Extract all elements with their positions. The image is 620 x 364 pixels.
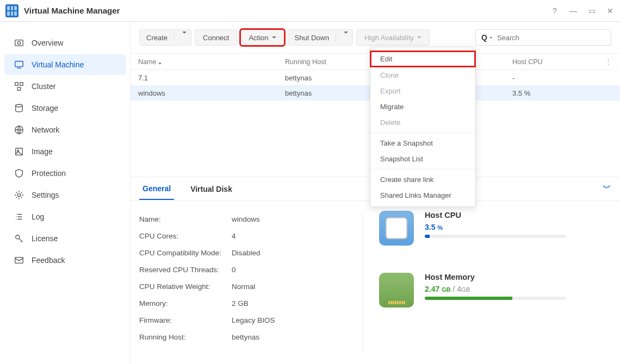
tab-general[interactable]: General (139, 177, 174, 200)
detail-label: CPU Relative Weight: (139, 283, 232, 291)
detail-label: CPU Compatibility Mode: (139, 249, 232, 257)
mem-used: 2.47 (425, 285, 439, 293)
detail-stats: Host CPU 3.5 % Host Memory 2.47 GB / 4GB (362, 211, 611, 354)
sidebar-item-network[interactable]: Network (4, 120, 126, 140)
gear-icon (13, 190, 25, 200)
dropdown-create-share-link[interactable]: Create share link (370, 172, 475, 187)
sidebar-item-license[interactable]: License (4, 228, 126, 249)
detail-value: 2 GB (232, 299, 249, 307)
minimize-icon[interactable]: — (569, 7, 578, 15)
column-menu-icon[interactable]: ⋮ (605, 58, 612, 66)
svg-point-6 (16, 104, 23, 107)
action-dropdown: Edit Clone Export Migrate Delete Take a … (370, 47, 476, 207)
tab-virtual-disk[interactable]: Virtual Disk (187, 177, 235, 200)
mail-icon (13, 255, 25, 265)
close-icon[interactable]: ✕ (606, 7, 615, 15)
dropdown-export: Export (370, 83, 475, 99)
dropdown-edit[interactable]: Edit (370, 51, 475, 67)
detail-value: windows (232, 215, 260, 223)
chevron-down-icon[interactable] (174, 34, 191, 42)
network-icon (13, 125, 25, 135)
detail-value: Disabled (232, 249, 261, 257)
sidebar-item-label: Virtual Machine (32, 60, 84, 69)
create-button[interactable]: Create (139, 29, 191, 46)
dropdown-snapshot-list[interactable]: Snapshot List (370, 151, 475, 167)
sidebar-item-protection[interactable]: Protection (4, 163, 126, 184)
sidebar-item-virtual-machine[interactable]: Virtual Machine (4, 54, 126, 75)
host-cpu-stat: Host CPU 3.5 % (379, 211, 611, 246)
detail-value: bettynas (232, 333, 259, 341)
host-memory-stat: Host Memory 2.47 GB / 4GB (379, 273, 611, 307)
action-button[interactable]: Action (240, 29, 284, 46)
sort-asc-icon (158, 62, 162, 64)
svg-point-11 (16, 235, 20, 239)
sidebar-item-storage[interactable]: Storage (4, 98, 126, 118)
app-icon (5, 4, 18, 17)
dropdown-migrate[interactable]: Migrate (370, 99, 475, 115)
detail-label: Reserved CPU Threads: (139, 266, 232, 274)
sidebar-item-label: Log (32, 212, 44, 221)
cpu-value: 3.5 (425, 223, 435, 231)
dropdown-shared-links-manager[interactable]: Shared Links Manager (370, 187, 475, 203)
shutdown-button[interactable]: Shut Down (288, 29, 354, 46)
detail-label: Memory: (139, 299, 232, 307)
sidebar-item-label: Cluster (32, 82, 55, 91)
detail-properties: Name:windows CPU Cores:4 CPU Compatibili… (139, 211, 357, 354)
svg-rect-4 (20, 83, 23, 85)
titlebar: Virtual Machine Manager ? — ▭ ✕ (0, 0, 620, 22)
detail-label: CPU Cores: (139, 232, 232, 240)
dropdown-take-snapshot[interactable]: Take a Snapshot (370, 135, 475, 151)
help-icon[interactable]: ? (550, 7, 559, 15)
sidebar-item-label: License (32, 234, 58, 243)
stat-title: Host CPU (425, 211, 566, 219)
connect-button[interactable]: Connect (195, 29, 237, 46)
storage-icon (13, 103, 25, 113)
sidebar-item-overview[interactable]: Overview (4, 33, 126, 53)
sidebar-item-settings[interactable]: Settings (4, 185, 126, 205)
sidebar-item-label: Storage (32, 104, 58, 112)
search-input[interactable] (497, 34, 605, 42)
sidebar-item-label: Network (32, 125, 59, 134)
svg-point-1 (17, 41, 20, 44)
detail-value: Legacy BIOS (232, 316, 275, 324)
image-icon (13, 147, 25, 156)
search-box[interactable]: Q (475, 29, 611, 46)
key-icon (13, 234, 25, 243)
list-icon (13, 212, 25, 222)
detail-value: 0 (232, 266, 236, 274)
svg-rect-5 (17, 87, 20, 90)
sidebar-item-image[interactable]: Image (4, 141, 126, 162)
sidebar-item-label: Protection (32, 169, 66, 178)
cpu-icon (379, 211, 414, 246)
chevron-down-icon[interactable] (489, 37, 493, 39)
dropdown-delete: Delete (370, 115, 475, 130)
mem-bar (425, 297, 566, 300)
chevron-down-icon (417, 36, 421, 39)
column-cpu[interactable]: Host CPU (512, 58, 605, 66)
sidebar: Overview Virtual Machine Cluster Storage… (0, 22, 131, 364)
cluster-icon (13, 81, 25, 91)
collapse-icon[interactable]: ︾ (603, 183, 611, 194)
svg-rect-2 (15, 61, 23, 67)
stat-title: Host Memory (425, 273, 566, 281)
sidebar-item-cluster[interactable]: Cluster (4, 76, 126, 97)
sidebar-item-label: Settings (32, 191, 59, 199)
svg-rect-0 (15, 40, 23, 46)
dropdown-clone: Clone (370, 67, 475, 83)
app-title: Virtual Machine Manager (24, 6, 120, 15)
high-availability-button: High Availability (356, 29, 430, 46)
maximize-icon[interactable]: ▭ (587, 7, 596, 15)
main-panel: Create Connect Action Shut Down High Ava… (131, 22, 620, 364)
svg-rect-3 (15, 83, 18, 85)
sidebar-item-log[interactable]: Log (4, 206, 126, 227)
vm-icon (13, 60, 25, 70)
sidebar-item-feedback[interactable]: Feedback (4, 250, 126, 271)
search-icon: Q (481, 33, 487, 42)
detail-label: Name: (139, 215, 232, 223)
sidebar-item-label: Image (32, 147, 53, 156)
detail-value: 4 (232, 232, 236, 240)
shield-icon (13, 168, 25, 178)
column-name[interactable]: Name (138, 58, 285, 66)
chevron-down-icon[interactable] (336, 34, 352, 42)
svg-rect-12 (15, 258, 23, 263)
